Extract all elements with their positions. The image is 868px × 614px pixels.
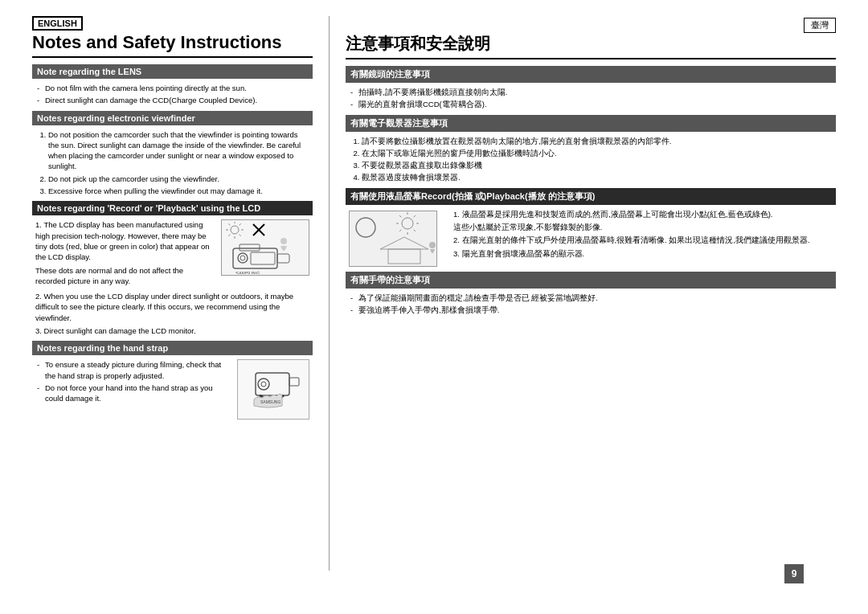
svg-point-36	[429, 242, 436, 248]
viewfinder-item-1: Do not position the camcorder such that …	[48, 129, 309, 172]
lens-section-content: Do not film with the camera lens pointin…	[32, 83, 313, 106]
lcd-section-header-right: 有關使用液晶螢幕Record(拍攝 或)Playback(播放 的注意事項)	[346, 188, 836, 205]
lcd-item-1-more: These dots are normal and do not affect …	[35, 265, 215, 287]
lens-right-item-1: 拍攝時,請不要將攝影機鏡頭直接朝向太陽.	[349, 87, 833, 97]
lcd-section-body: 1. The LCD display has been manufactured…	[35, 219, 309, 289]
svg-rect-19	[256, 373, 289, 395]
viewfinder-section-header: Notes regarding electronic viewfinder	[32, 111, 313, 125]
svg-line-32	[414, 229, 416, 231]
viewfinder-right-item-2: 在太陽下或靠近陽光照的窗戶使用數位攝影機時請小心.	[362, 148, 833, 158]
svg-point-24	[356, 218, 375, 237]
svg-point-18	[280, 238, 287, 244]
lcd-item-2: 2. When you use the LCD display under di…	[35, 291, 309, 323]
left-column: ENGLISH Notes and Safety Instructions No…	[32, 16, 330, 571]
viewfinder-right-item-4: 觀景器過度拔轉會損壞景器.	[362, 172, 833, 182]
hand-item-1: To ensure a steady picture during filmin…	[35, 359, 231, 381]
svg-rect-16	[251, 252, 275, 264]
viewfinder-section-header-right: 有關電子觀景器注意事項	[346, 115, 836, 132]
lcd-image-box-1: SAMSUNG	[221, 219, 309, 276]
handstrap-right-item-1: 為了保証能攝期間畫面的穩定,請檢查手帶是否已 經被妥當地調整好.	[349, 293, 833, 303]
svg-line-5	[240, 223, 241, 225]
handstrap-content-right: 為了保証能攝期間畫面的穩定,請檢查手帶是否已 經被妥當地調整好. 要強迫將手伸入…	[346, 293, 836, 316]
svg-text:SAMSUNG: SAMSUNG	[235, 271, 260, 274]
svg-line-33	[399, 229, 401, 231]
page-container: ENGLISH Notes and Safety Instructions No…	[0, 0, 868, 614]
lcd-item-3: 3. Direct sunlight can damage the LCD mo…	[35, 325, 309, 336]
lens-content-right: 拍攝時,請不要將攝影機鏡頭直接朝向太陽. 陽光的直射會損壞CCD(電荷耦合器).	[346, 87, 836, 110]
english-badge: ENGLISH	[32, 16, 83, 31]
english-badge-container: ENGLISH	[32, 16, 313, 32]
lcd-right-image	[349, 209, 445, 267]
viewfinder-right-item-1: 請不要將數位攝影機放置在觀景器朝向太陽的地方,陽光的直射會損壞觀景器的內部零件.	[362, 136, 833, 146]
viewfinder-item-3: Excessive force when pulling the viewfin…	[48, 186, 309, 196]
lens-item-1: Do not film with the camera lens pointin…	[35, 83, 309, 93]
hand-image-box: SAMSUNG	[237, 359, 309, 420]
lcd-item-1-intro: 1. The LCD display has been manufactured…	[35, 219, 215, 262]
svg-rect-22	[289, 378, 299, 386]
lcd-section-content: 1. The LCD display has been manufactured…	[32, 219, 313, 336]
lcd-right-item-1b: 這些小點屬於正常現象,不影響錄製的影像.	[453, 222, 833, 232]
lens-section-header: Note regarding the LENS	[32, 64, 313, 79]
lens-section-header-right: 有關鏡頭的注意事項	[346, 66, 836, 83]
lcd-right-item-3: 3. 陽光直射會損壞液晶螢幕的顯示器.	[453, 248, 833, 259]
lens-right-item-2: 陽光的直射會損壞CCD(電荷耦合器).	[349, 99, 833, 109]
main-content: ENGLISH Notes and Safety Instructions No…	[32, 16, 836, 571]
right-column: 臺灣 注意事項和安全說明 有關鏡頭的注意事項 拍攝時,請不要將攝影機鏡頭直接朝向…	[330, 16, 836, 571]
svg-rect-13	[240, 244, 260, 251]
lcd-text-part: 1. The LCD display has been manufactured…	[35, 219, 215, 289]
lcd-section-header: Notes regarding 'Record' or 'Playback' u…	[32, 201, 313, 215]
handstrap-section-header-right: 有關手帶的注意事項	[346, 272, 836, 289]
hand-image-area: SAMSUNG	[237, 359, 309, 420]
svg-line-8	[228, 234, 230, 235]
lcd-content-right: 1. 液晶螢幕是採用先進和技製造而成的,然而,液晶螢幕上可能會出現小點(紅色,藍…	[346, 209, 836, 267]
hand-item-2: Do not force your hand into the hand str…	[35, 383, 231, 404]
viewfinder-right-item-3: 不要從觀景器處直接取出錄像影機	[362, 160, 833, 170]
svg-line-6	[228, 223, 230, 225]
svg-line-30	[414, 215, 416, 217]
lcd-right-text: 1. 液晶螢幕是採用先進和技製造而成的,然而,液晶螢幕上可能會出現小點(紅色,藍…	[453, 209, 833, 267]
lens-item-2: Direct sunlight can damage the CCD(Charg…	[35, 95, 309, 105]
viewfinder-content-right: 請不要將數位攝影機放置在觀景器朝向太陽的地方,陽光的直射會損壞觀景器的內部零件.…	[346, 136, 836, 183]
lcd-image-area: SAMSUNG	[221, 219, 309, 289]
lcd-right-body: 1. 液晶螢幕是採用先進和技製造而成的,然而,液晶螢幕上可能會出現小點(紅色,藍…	[349, 209, 833, 267]
svg-rect-11	[233, 248, 277, 268]
lcd-image-box2	[349, 211, 437, 267]
svg-point-0	[231, 226, 239, 234]
svg-text:SAMSUNG: SAMSUNG	[260, 399, 280, 404]
svg-point-20	[258, 379, 269, 390]
lcd-right-item-1: 1. 液晶螢幕是採用先進和技製造而成的,然而,液晶螢幕上可能會出現小點(紅色,藍…	[453, 209, 833, 219]
taiwan-badge: 臺灣	[804, 18, 836, 33]
svg-rect-35	[388, 249, 420, 264]
page-number: 9	[784, 564, 804, 583]
page-title-right: 注意事項和安全說明	[346, 33, 836, 59]
svg-point-21	[261, 382, 266, 387]
handstrap-right-item-2: 要強迫將手伸入手帶內,那樣會損壞手帶.	[349, 305, 833, 315]
handstrap-content-left: To ensure a steady picture during filmin…	[32, 359, 313, 420]
svg-marker-34	[380, 237, 428, 249]
handstrap-section-header-left: Notes regarding the hand strap	[32, 341, 313, 355]
viewfinder-item-2: Do not pick up the camcorder using the v…	[48, 174, 309, 184]
svg-line-7	[240, 234, 241, 235]
hand-section: To ensure a steady picture during filmin…	[35, 359, 309, 420]
svg-line-31	[399, 215, 401, 217]
svg-point-14	[238, 253, 248, 263]
lcd-right-item-2: 2. 在陽光直射的條件下或戶外使用液晶螢幕時,很難看清晰像. 如果出現這種情況,…	[453, 235, 833, 245]
svg-point-25	[402, 218, 413, 229]
svg-rect-12	[277, 254, 289, 263]
svg-point-15	[240, 256, 245, 260]
hand-text: To ensure a steady picture during filmin…	[35, 359, 231, 420]
viewfinder-section-content: Do not position the camcorder such that …	[32, 129, 313, 197]
page-title-left: Notes and Safety Instructions	[32, 32, 313, 58]
